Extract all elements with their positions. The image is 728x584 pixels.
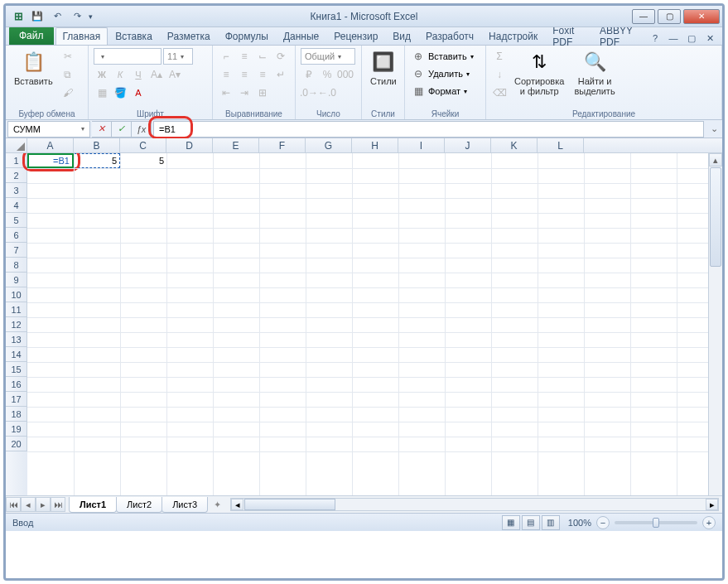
sheet-tab[interactable]: Лист2 xyxy=(116,497,162,513)
doc-restore-button[interactable]: ▢ xyxy=(684,31,699,45)
col-header[interactable]: D xyxy=(166,138,213,152)
doc-minimize-button[interactable]: — xyxy=(666,31,681,45)
tab-addins[interactable]: Надстройк xyxy=(481,27,545,45)
normal-view-button[interactable]: ▦ xyxy=(502,515,520,530)
name-box-dropdown-icon[interactable]: ▾ xyxy=(81,125,84,133)
new-sheet-button[interactable]: ✦ xyxy=(207,498,227,513)
italic-button[interactable]: К xyxy=(112,66,128,83)
cut-icon[interactable]: ✂ xyxy=(60,48,76,65)
paste-button[interactable]: 📋 Вставить xyxy=(11,48,56,88)
shrink-font-icon[interactable]: A▾ xyxy=(166,66,183,83)
cells-area[interactable]: =B1 5 5 xyxy=(27,153,708,513)
row-header[interactable]: 3 xyxy=(6,183,27,198)
fill-icon[interactable]: ↓ xyxy=(491,66,508,83)
comma-icon[interactable]: 000 xyxy=(337,66,354,83)
font-color-icon[interactable]: A xyxy=(130,84,147,101)
tab-review[interactable]: Рецензир xyxy=(326,27,385,45)
cell-c1[interactable]: 5 xyxy=(120,153,166,168)
undo-icon[interactable]: ↶ xyxy=(49,8,65,25)
redo-icon[interactable]: ↷ xyxy=(69,8,85,25)
tab-data[interactable]: Данные xyxy=(276,27,326,45)
tab-foxit[interactable]: Foxit PDF xyxy=(545,27,592,45)
row-header[interactable]: 14 xyxy=(6,347,27,362)
formula-input[interactable]: =B1 xyxy=(153,121,704,138)
row-header[interactable]: 18 xyxy=(6,407,27,422)
tab-insert[interactable]: Вставка xyxy=(108,27,160,45)
percent-icon[interactable]: % xyxy=(319,66,335,83)
last-sheet-button[interactable]: ⏭ xyxy=(51,497,65,512)
cancel-formula-button[interactable]: ✕ xyxy=(92,121,112,138)
row-header[interactable]: 4 xyxy=(6,198,27,213)
horizontal-scrollbar[interactable]: ◂ ▸ xyxy=(230,498,719,511)
tab-abbyy[interactable]: ABBYY PDF xyxy=(592,27,648,45)
row-header[interactable]: 1 xyxy=(6,153,27,168)
increase-decimal-icon[interactable]: .0→ xyxy=(301,84,317,101)
row-header[interactable]: 7 xyxy=(6,243,27,258)
autosum-icon[interactable]: Σ xyxy=(491,48,508,65)
col-header[interactable]: K xyxy=(491,138,538,152)
align-middle-icon[interactable]: ≡ xyxy=(236,48,253,65)
col-header[interactable]: G xyxy=(306,138,352,152)
delete-cells-button[interactable]: ⊖Удалить▾ xyxy=(410,65,470,82)
cell-b1[interactable]: 5 xyxy=(74,153,120,168)
row-header[interactable]: 12 xyxy=(6,317,27,332)
row-header[interactable]: 10 xyxy=(6,287,27,302)
doc-close-button[interactable]: ✕ xyxy=(702,31,717,45)
scroll-up-button[interactable]: ▴ xyxy=(709,153,722,167)
number-format-combo[interactable]: Общий▾ xyxy=(301,48,355,65)
col-header[interactable]: F xyxy=(259,138,306,152)
insert-cells-button[interactable]: ⊕Вставить▾ xyxy=(410,48,474,65)
tab-page-layout[interactable]: Разметка xyxy=(160,27,218,45)
align-bottom-icon[interactable]: ⌙ xyxy=(254,48,271,65)
indent-decrease-icon[interactable]: ⇤ xyxy=(218,84,234,101)
decrease-decimal-icon[interactable]: ←.0 xyxy=(319,84,335,101)
format-cells-button[interactable]: ▦Формат▾ xyxy=(410,83,467,99)
zoom-percent[interactable]: 100% xyxy=(568,518,591,528)
fill-color-icon[interactable]: 🪣 xyxy=(112,84,128,101)
orientation-icon[interactable]: ⟳ xyxy=(272,48,289,65)
vertical-scrollbar[interactable]: ▴ ▾ xyxy=(708,153,722,513)
name-box[interactable]: СУММ ▾ xyxy=(7,121,90,138)
col-header[interactable]: A xyxy=(27,138,74,152)
zoom-slider[interactable] xyxy=(615,521,697,524)
tab-developer[interactable]: Разработч xyxy=(418,27,481,45)
minimize-button[interactable]: — xyxy=(632,9,655,24)
col-header[interactable]: B xyxy=(74,138,120,152)
styles-button[interactable]: 🔲 Стили xyxy=(367,48,400,88)
scroll-right-button[interactable]: ▸ xyxy=(706,499,718,510)
vscroll-thumb[interactable] xyxy=(710,167,721,267)
grow-font-icon[interactable]: A▴ xyxy=(148,66,165,83)
row-header[interactable]: 16 xyxy=(6,377,27,392)
help-icon[interactable]: ? xyxy=(648,31,663,45)
scroll-left-button[interactable]: ◂ xyxy=(231,499,243,510)
align-right-icon[interactable]: ≡ xyxy=(254,66,271,83)
row-header[interactable]: 5 xyxy=(6,213,27,228)
find-select-button[interactable]: 🔍 Найти и выделить xyxy=(571,48,618,98)
cell-a1[interactable]: =B1 xyxy=(27,153,74,168)
row-header[interactable]: 15 xyxy=(6,362,27,377)
select-all-button[interactable] xyxy=(6,138,27,152)
zoom-out-button[interactable]: − xyxy=(596,516,610,529)
tab-formulas[interactable]: Формулы xyxy=(218,27,276,45)
row-header[interactable]: 6 xyxy=(6,228,27,243)
merge-icon[interactable]: ⊞ xyxy=(254,84,271,101)
next-sheet-button[interactable]: ▸ xyxy=(36,497,51,512)
zoom-thumb[interactable] xyxy=(653,518,659,528)
first-sheet-button[interactable]: ⏮ xyxy=(6,497,21,512)
row-header[interactable]: 2 xyxy=(6,168,27,183)
enter-formula-button[interactable]: ✓ xyxy=(112,121,132,138)
qat-dropdown-icon[interactable]: ▾ xyxy=(89,12,100,21)
sheet-tab[interactable]: Лист3 xyxy=(162,497,208,513)
file-tab[interactable]: Файл xyxy=(9,27,54,45)
font-size-combo[interactable]: 11▾ xyxy=(163,48,193,65)
row-header[interactable]: 19 xyxy=(6,422,27,437)
underline-button[interactable]: Ч xyxy=(130,66,147,83)
col-header[interactable]: J xyxy=(445,138,491,152)
align-left-icon[interactable]: ≡ xyxy=(218,66,234,83)
wrap-text-icon[interactable]: ↵ xyxy=(272,66,289,83)
sort-filter-button[interactable]: ⇅ Сортировка и фильтр xyxy=(511,48,567,98)
row-header[interactable]: 9 xyxy=(6,273,27,287)
format-painter-icon[interactable]: 🖌 xyxy=(60,84,76,101)
borders-icon[interactable]: ▦ xyxy=(94,84,110,101)
bold-button[interactable]: Ж xyxy=(94,66,110,83)
